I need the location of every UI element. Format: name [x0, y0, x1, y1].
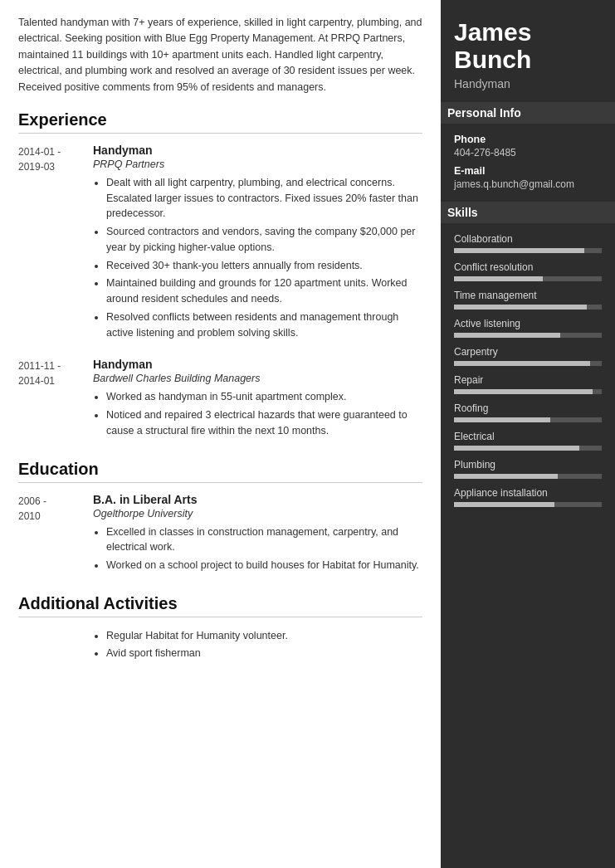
exp-dates-1: 2014-01 - 2019-03 [18, 144, 93, 344]
education-title: Education [18, 460, 422, 483]
skill-name-5: Repair [454, 374, 602, 386]
first-name: James [454, 18, 531, 46]
activities-section: Additional Activities Regular Habitat fo… [18, 594, 422, 663]
skill-bar-bg-9 [454, 502, 602, 507]
skill-bar-bg-7 [454, 446, 602, 451]
activities-title: Additional Activities [18, 594, 422, 617]
exp-bullets-1: Dealt with all light carpentry, plumbing… [93, 175, 422, 341]
skill-bar-bg-2 [454, 305, 602, 310]
bullet: Excelled in classes in construction mana… [106, 524, 422, 556]
last-name: Bunch [454, 46, 531, 73]
skill-name-2: Time management [454, 290, 602, 301]
summary-text: Talented handyman with 7+ years of exper… [18, 15, 422, 95]
edu-content-1: B.A. in Liberal Arts Ogelthorpe Universi… [93, 493, 422, 576]
skill-bar-fill-2 [454, 305, 587, 310]
bullet: Noticed and repaired 3 electrical hazard… [106, 407, 422, 439]
skill-name-9: Appliance installation [454, 487, 602, 499]
activity-item-1: Regular Habitat for Humanity volunteer. [106, 627, 422, 645]
exp-company-2: Bardwell Charles Building Managers [93, 373, 422, 384]
skill-bar-bg-8 [454, 474, 602, 479]
exp-content-1: Handyman PRPQ Partners Dealt with all li… [93, 144, 422, 344]
skill-bar-fill-3 [454, 333, 560, 338]
skill-item-2: Time management [454, 290, 602, 310]
experience-title: Experience [18, 110, 422, 134]
skill-name-8: Plumbing [454, 459, 602, 471]
skill-item-1: Conflict resolution [454, 261, 602, 281]
email-value: james.q.bunch@gmail.com [454, 178, 602, 190]
skill-item-3: Active listening [454, 318, 602, 338]
skill-bar-bg-0 [454, 248, 602, 253]
exp-bullets-2: Worked as handyman in 55-unit apartment … [93, 389, 422, 438]
skill-bar-bg-4 [454, 361, 602, 366]
left-panel: Talented handyman with 7+ years of exper… [0, 0, 441, 868]
skill-bar-fill-6 [454, 417, 550, 422]
skill-item-5: Repair [454, 374, 602, 394]
skill-item-0: Collaboration [454, 233, 602, 253]
skill-bar-fill-8 [454, 474, 558, 479]
skill-name-4: Carpentry [454, 346, 602, 358]
bullet: Dealt with all light carpentry, plumbing… [106, 175, 422, 222]
skill-name-1: Conflict resolution [454, 261, 602, 273]
personal-info-title: Personal Info [441, 102, 615, 124]
skill-name-3: Active listening [454, 318, 602, 329]
education-section: Education 2006 - 2010 B.A. in Liberal Ar… [18, 460, 422, 576]
exp-company-1: PRPQ Partners [93, 158, 422, 170]
exp-content-2: Handyman Bardwell Charles Building Manag… [93, 358, 422, 441]
full-name: James Bunch [454, 18, 602, 73]
skill-bar-bg-5 [454, 389, 602, 394]
skill-item-8: Plumbing [454, 459, 602, 479]
skill-bar-bg-3 [454, 333, 602, 338]
bullet: Sourced contractors and vendors, saving … [106, 224, 422, 256]
skill-bar-fill-1 [454, 276, 543, 281]
skills-title: Skills [441, 202, 615, 223]
skill-bar-fill-9 [454, 502, 554, 507]
skill-bar-fill-5 [454, 389, 593, 394]
edu-degree-1: B.A. in Liberal Arts [93, 493, 422, 506]
exp-job-title-1: Handyman [93, 144, 422, 157]
skill-name-7: Electrical [454, 431, 602, 442]
bullet: Resolved conflicts between residents and… [106, 310, 422, 341]
experience-item-1: 2014-01 - 2019-03 Handyman PRPQ Partners… [18, 144, 422, 344]
bullet: Maintained building and grounds for 120 … [106, 276, 422, 307]
exp-job-title-2: Handyman [93, 358, 422, 371]
skills-list: CollaborationConflict resolutionTime man… [454, 233, 602, 507]
skill-item-4: Carpentry [454, 346, 602, 366]
skill-bar-bg-1 [454, 276, 602, 281]
profession: Handyman [454, 77, 602, 90]
phone-label: Phone [454, 134, 602, 145]
bullet: Received 30+ thank-you letters annually … [106, 258, 422, 274]
activities-content: Regular Habitat for Humanity volunteer. … [93, 627, 422, 663]
bullet: Worked on a school project to build hous… [106, 558, 422, 573]
exp-dates-2: 2011-11 - 2014-01 [18, 358, 93, 441]
name-block: James Bunch Handyman [454, 18, 602, 90]
activities-block: Regular Habitat for Humanity volunteer. … [18, 627, 422, 663]
edu-bullets-1: Excelled in classes in construction mana… [93, 524, 422, 573]
skill-bar-fill-0 [454, 248, 584, 253]
skill-item-9: Appliance installation [454, 487, 602, 507]
skill-name-0: Collaboration [454, 233, 602, 245]
skill-name-6: Roofing [454, 402, 602, 414]
skill-bar-bg-6 [454, 417, 602, 422]
edu-dates-1: 2006 - 2010 [18, 493, 93, 576]
activities-offset [18, 627, 93, 663]
education-item-1: 2006 - 2010 B.A. in Liberal Arts Ogeltho… [18, 493, 422, 576]
skill-item-7: Electrical [454, 431, 602, 451]
activity-item-2: Avid sport fisherman [106, 645, 422, 662]
experience-item-2: 2011-11 - 2014-01 Handyman Bardwell Char… [18, 358, 422, 441]
skill-bar-fill-4 [454, 361, 590, 366]
personal-info-block: Phone 404-276-8485 E-mail james.q.bunch@… [454, 134, 602, 190]
activities-bullets: Regular Habitat for Humanity volunteer. … [93, 627, 422, 663]
email-label: E-mail [454, 165, 602, 177]
right-panel: James Bunch Handyman Personal Info Phone… [441, 0, 615, 868]
skill-bar-fill-7 [454, 446, 579, 451]
skill-item-6: Roofing [454, 402, 602, 422]
experience-section: Experience 2014-01 - 2019-03 Handyman PR… [18, 110, 422, 441]
phone-value: 404-276-8485 [454, 147, 602, 158]
edu-school-1: Ogelthorpe University [93, 508, 422, 519]
bullet: Worked as handyman in 55-unit apartment … [106, 389, 422, 405]
